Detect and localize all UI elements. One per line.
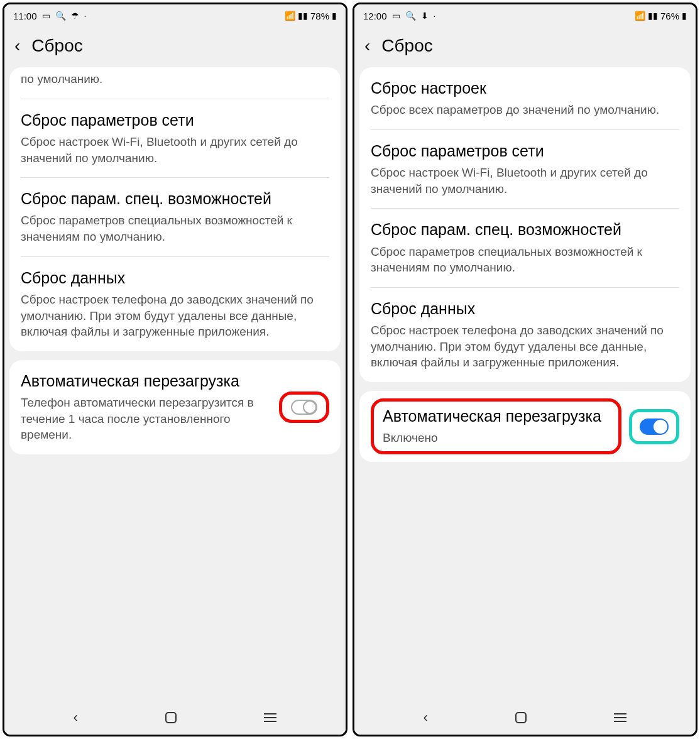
item-sub: Сброс настроек Wi-Fi, Bluetooth и других… — [21, 134, 329, 166]
item-title: Автоматическая перезагрузка — [383, 407, 610, 426]
settings-card: Сброс настроек Сброс всех параметров до … — [359, 67, 691, 382]
battery-text: 78% — [310, 11, 329, 21]
dot-icon: · — [434, 11, 436, 21]
list-item-partial[interactable]: по умолчанию. — [21, 67, 329, 99]
nav-back-icon[interactable]: ‹ — [74, 709, 78, 726]
battery-icon: ▮ — [682, 11, 687, 21]
auto-restart-item[interactable]: Автоматическая перезагрузка Телефон авто… — [21, 360, 329, 454]
status-bar: 12:00 ▭ 🔍 ⬇ · 📶 ▮▮ 76% ▮ — [354, 4, 696, 27]
search-icon: 🔍 — [55, 11, 66, 21]
wifi-icon: 📶 — [285, 11, 295, 21]
status-bar: 11:00 ▭ 🔍 ☂ · 📶 ▮▮ 78% ▮ — [4, 4, 346, 27]
list-item-data-reset[interactable]: Сброс данных Сброс настроек телефона до … — [21, 257, 329, 351]
item-title: Сброс параметров сети — [21, 111, 329, 130]
auto-restart-card: Автоматическая перезагрузка Телефон авто… — [9, 360, 341, 454]
battery-icon: ▮ — [332, 11, 337, 21]
content: Сброс настроек Сброс всех параметров до … — [354, 67, 696, 701]
list-item-accessibility-reset[interactable]: Сброс парам. спец. возможностей Сброс па… — [21, 178, 329, 257]
nav-back-icon[interactable]: ‹ — [424, 709, 428, 726]
item-sub: Сброс всех параметров до значений по умо… — [371, 102, 679, 118]
nav-recents-icon[interactable] — [614, 713, 626, 722]
highlight-annotation-toggle — [629, 409, 679, 444]
battery-text: 76% — [660, 11, 679, 21]
item-title: Сброс данных — [21, 268, 329, 288]
toggle-switch-on[interactable] — [640, 419, 669, 435]
nav-home-icon[interactable] — [515, 712, 527, 723]
nav-bar: ‹ — [354, 701, 696, 735]
list-item-accessibility-reset[interactable]: Сброс парам. спец. возможностей Сброс па… — [371, 209, 679, 288]
item-sub: по умолчанию. — [21, 71, 329, 87]
list-item-data-reset[interactable]: Сброс данных Сброс настроек телефона до … — [371, 288, 679, 382]
nav-bar: ‹ — [4, 701, 346, 735]
auto-restart-card: Автоматическая перезагрузка Включено — [359, 391, 691, 462]
item-sub: Телефон автоматически перезагрузится в т… — [21, 395, 271, 443]
item-sub: Сброс настроек телефона до заводских зна… — [21, 292, 329, 340]
list-item-settings-reset[interactable]: Сброс настроек Сброс всех параметров до … — [371, 67, 679, 130]
item-sub: Сброс настроек Wi-Fi, Bluetooth и других… — [371, 165, 679, 197]
item-title: Сброс настроек — [371, 79, 679, 98]
back-icon[interactable]: ‹ — [364, 37, 370, 55]
back-icon[interactable]: ‹ — [14, 37, 20, 55]
list-item-network-reset[interactable]: Сброс параметров сети Сброс настроек Wi-… — [21, 99, 329, 178]
dot-icon: · — [84, 11, 87, 21]
signal-icon: ▮▮ — [648, 11, 658, 21]
list-item-network-reset[interactable]: Сброс параметров сети Сброс настроек Wi-… — [371, 130, 679, 209]
image-icon: ▭ — [42, 11, 50, 21]
item-title: Сброс данных — [371, 299, 679, 319]
header: ‹ Сброс — [4, 27, 346, 67]
item-sub: Сброс настроек телефона до заводских зна… — [371, 322, 679, 371]
item-sub: Включено — [383, 430, 610, 446]
header: ‹ Сброс — [354, 27, 696, 67]
signal-icon: ▮▮ — [298, 11, 308, 21]
umbrella-icon: ☂ — [71, 11, 79, 21]
image-icon: ▭ — [392, 11, 400, 21]
auto-restart-item[interactable]: Автоматическая перезагрузка Включено — [371, 391, 679, 462]
page-title: Сброс — [31, 36, 82, 56]
item-title: Сброс параметров сети — [371, 141, 679, 161]
nav-recents-icon[interactable] — [264, 713, 276, 722]
download-icon: ⬇ — [421, 11, 429, 21]
status-time: 12:00 — [363, 11, 387, 21]
item-title: Сброс парам. спец. возможностей — [21, 189, 329, 209]
search-icon: 🔍 — [405, 11, 416, 21]
page-title: Сброс — [381, 36, 432, 56]
phone-left: 11:00 ▭ 🔍 ☂ · 📶 ▮▮ 78% ▮ ‹ Сброс по умол… — [3, 3, 347, 736]
highlight-annotation — [279, 391, 329, 423]
toggle-switch-off[interactable] — [291, 400, 317, 415]
nav-home-icon[interactable] — [165, 712, 177, 723]
item-sub: Сброс параметров специальных возможносте… — [21, 212, 329, 244]
item-title: Автоматическая перезагрузка — [21, 371, 271, 391]
settings-card: по умолчанию. Сброс параметров сети Сбро… — [9, 67, 341, 351]
phone-right: 12:00 ▭ 🔍 ⬇ · 📶 ▮▮ 76% ▮ ‹ Сброс Сброс н… — [353, 3, 697, 736]
item-sub: Сброс параметров специальных возможносте… — [371, 244, 679, 276]
wifi-icon: 📶 — [635, 11, 645, 21]
status-time: 11:00 — [13, 11, 37, 21]
item-title: Сброс парам. спец. возможностей — [371, 220, 679, 239]
content: по умолчанию. Сброс параметров сети Сбро… — [4, 67, 346, 701]
highlight-annotation-text: Автоматическая перезагрузка Включено — [371, 398, 621, 454]
